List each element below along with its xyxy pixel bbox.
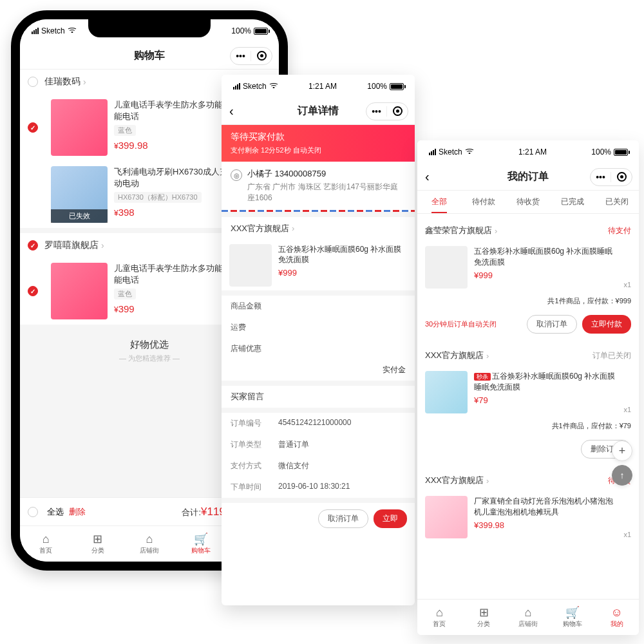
store-name[interactable]: XXX官方旗舰店 — [425, 475, 484, 486]
filter-closed[interactable]: 已关闭 — [594, 191, 639, 213]
order-item[interactable]: 五谷焕彩补水睡眠面膜60g 补水面膜免洗面膜 ¥999 — [222, 240, 415, 290]
filter-all[interactable]: 全部 — [417, 191, 462, 213]
signal-icon — [32, 28, 39, 34]
capsule-more-icon[interactable]: ••• — [591, 172, 611, 182]
capsule-more-icon[interactable]: ••• — [231, 51, 251, 61]
tab-mine[interactable]: ☺我的 — [594, 600, 639, 635]
status-bar: Sketch 1:21 AM 100% — [417, 140, 639, 164]
product-thumb — [229, 244, 272, 287]
tab-home[interactable]: ⌂首页 — [417, 600, 462, 635]
recipient-name: 小橘子 13400008759 — [247, 168, 406, 180]
navbar: ‹ 我的订单 ••• — [417, 164, 639, 191]
cancel-order-button[interactable]: 取消订单 — [318, 509, 368, 528]
pay-now-button[interactable]: 立即付款 — [582, 315, 631, 334]
product-qty: x1 — [623, 281, 631, 289]
product-spec[interactable]: 蓝色 — [114, 289, 136, 299]
product-name: 厂家直销全自动灯光音乐泡泡机小猪泡泡机儿童泡泡相机地摊玩具 — [474, 496, 617, 518]
tab-category[interactable]: ⊞分类 — [71, 526, 123, 562]
filter-pending-pay[interactable]: 待付款 — [462, 191, 506, 213]
scroll-top-fab[interactable]: ↑ — [612, 465, 632, 486]
cart-icon: 🛒 — [565, 607, 580, 618]
signal-icon — [233, 83, 240, 90]
store-name: XXX官方旗舰店 — [231, 223, 289, 234]
carrier-label: Sketch — [439, 147, 462, 156]
checkbox-icon[interactable] — [28, 507, 38, 517]
checkbox-icon[interactable] — [28, 286, 38, 296]
row-realpay: 实付金 — [222, 359, 415, 381]
product-spec[interactable]: 蓝色 — [114, 125, 136, 136]
wifi-icon — [465, 149, 474, 155]
tab-home[interactable]: ⌂首页 — [20, 526, 71, 562]
product-price: ¥399.98 — [474, 520, 617, 530]
order-status: 订单已关闭 — [592, 350, 631, 361]
phone-order-detail-screen: Sketch 1:21 AM 100% ‹ 订单详情 ••• 等待买家付款 支付… — [222, 75, 415, 605]
cart-icon: 🛒 — [194, 533, 208, 545]
checkbox-icon[interactable] — [28, 240, 38, 251]
meta-order-type: 订单类型普通订单 — [222, 434, 415, 455]
capsule-close-icon[interactable] — [611, 172, 632, 182]
order-item[interactable]: 厂家直销全自动灯光音乐泡泡机小猪泡泡机儿童泡泡相机地摊玩具 ¥399.98 x1 — [417, 492, 639, 542]
capsule-more-icon[interactable]: ••• — [366, 106, 387, 117]
buyer-remark[interactable]: 买家留言 — [222, 386, 415, 408]
checkbox-icon[interactable] — [28, 77, 38, 87]
battery-icon — [614, 149, 630, 156]
shop-icon: ⌂ — [525, 607, 532, 618]
product-qty: x1 — [623, 531, 631, 538]
chevron-right-icon: › — [486, 351, 489, 361]
order-summary: 共1件商品，应付款：¥79 — [417, 417, 639, 435]
product-spec[interactable]: HX6730（标配）HX6730 — [114, 192, 202, 203]
tab-stores[interactable]: ⌂店铺街 — [124, 526, 175, 562]
time-label: 1:21 AM — [308, 82, 337, 91]
time-label: 1:21 AM — [518, 147, 547, 156]
navbar: 购物车 ••• — [20, 43, 279, 70]
checkbox-icon[interactable] — [28, 122, 38, 133]
order-item[interactable]: 五谷焕彩补水睡眠面膜60g 补水面膜睡眠免洗面膜 ¥999 x1 — [417, 242, 639, 292]
product-thumb — [425, 246, 468, 289]
carrier-label: Sketch — [243, 82, 267, 91]
store-name[interactable]: XXX官方旗舰店 — [425, 350, 484, 361]
product-thumb — [51, 263, 108, 319]
recipient-address: 广东省 广州市 海珠区 艺影街147号丽影华庭座1606 — [247, 182, 406, 204]
order-actions: 删除订单 — [417, 435, 639, 464]
pay-now-button[interactable]: 立即 — [374, 509, 407, 528]
miniprogram-capsule[interactable]: ••• — [366, 102, 408, 120]
phone-my-orders-screen: Sketch 1:21 AM 100% ‹ 我的订单 ••• 全部 待付款 待收… — [417, 140, 639, 635]
select-all-label[interactable]: 全选 — [47, 506, 64, 518]
tab-cart[interactable]: 🛒购物车 — [175, 526, 227, 562]
tab-cart[interactable]: 🛒购物车 — [550, 600, 594, 635]
store-header[interactable]: XXX官方旗舰店 › — [222, 217, 415, 240]
payment-banner: 等待买家付款 支付剩余 12分52秒 自动关闭 — [222, 125, 415, 162]
row-discount: 店铺优惠 — [222, 338, 415, 359]
product-qty: x1 — [623, 406, 631, 413]
countdown-warning: 30分钟后订单自动关闭 — [425, 319, 497, 329]
product-name: 五谷焕彩补水睡眠面膜60g 补水面膜睡眠免洗面膜 — [474, 246, 617, 268]
back-button[interactable]: ‹ — [425, 169, 430, 184]
chevron-right-icon: › — [292, 223, 294, 233]
wifi-icon — [269, 83, 278, 90]
order-item[interactable]: 秒杀五谷焕彩补水睡眠面膜60g 补水面膜睡眠免洗面膜 ¥79 x1 — [417, 367, 639, 417]
add-fab[interactable]: + — [612, 440, 632, 461]
product-thumb — [425, 496, 468, 538]
filter-pending-receive[interactable]: 待收货 — [506, 191, 551, 213]
tab-stores[interactable]: ⌂店铺街 — [506, 600, 551, 635]
capsule-close-icon[interactable] — [387, 106, 408, 116]
product-price: ¥999 — [278, 268, 407, 278]
row-goods-amount: 商品金额 — [222, 296, 415, 317]
address-block[interactable]: ◎ 小橘子 13400008759 广东省 广州市 海珠区 艺影街147号丽影华… — [222, 162, 415, 210]
tab-category[interactable]: ⊞分类 — [462, 600, 506, 635]
capsule-close-icon[interactable] — [251, 51, 272, 61]
filter-done[interactable]: 已完成 — [550, 191, 594, 213]
banner-countdown: 支付剩余 12分52秒 自动关闭 — [231, 146, 406, 155]
seckill-tag: 秒杀 — [474, 373, 491, 381]
delete-button[interactable]: 删除 — [69, 506, 86, 518]
back-button[interactable]: ‹ — [229, 104, 234, 118]
miniprogram-capsule[interactable]: ••• — [230, 47, 272, 65]
cancel-order-button[interactable]: 取消订单 — [527, 315, 577, 334]
home-icon: ⌂ — [43, 533, 50, 545]
battery-icon — [390, 83, 406, 90]
order-card: XXX官方旗舰店› 待发货 厂家直销全自动灯光音乐泡泡机小猪泡泡机儿童泡泡相机地… — [417, 469, 639, 542]
miniprogram-capsule[interactable]: ••• — [590, 168, 632, 186]
chevron-right-icon: › — [495, 226, 497, 236]
navbar: ‹ 订单详情 ••• — [222, 98, 415, 125]
store-name[interactable]: 鑫莹荣官方旗舰店 — [425, 225, 492, 236]
